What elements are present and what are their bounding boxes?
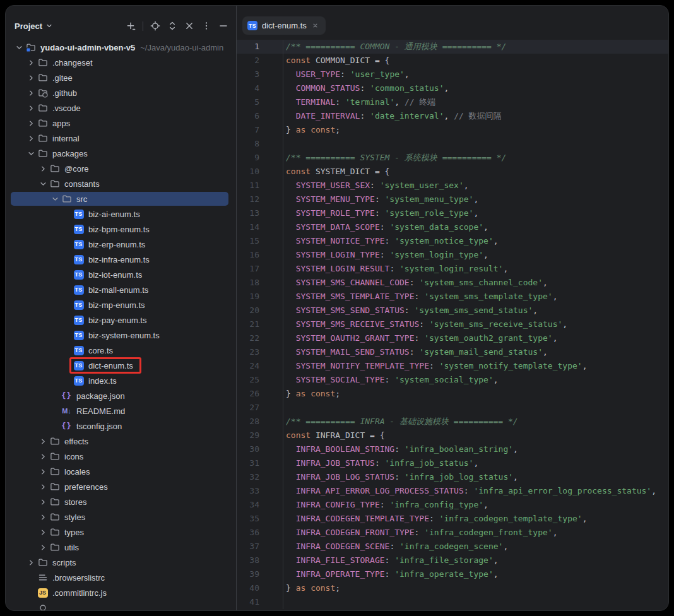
tree-item-biz-pay-enum.ts[interactable]: TSbiz-pay-enum.ts	[6, 312, 236, 328]
js-icon: JS	[37, 588, 48, 598]
tree-item-biz-mall-enum.ts[interactable]: TSbiz-mall-enum.ts	[6, 282, 236, 297]
chevron-right-icon[interactable]	[37, 482, 49, 492]
chevron-down-icon[interactable]	[37, 179, 49, 189]
tree-item-package.json[interactable]: {}package.json	[6, 388, 236, 403]
more-options-button[interactable]	[201, 21, 211, 31]
code-editor[interactable]: 1/** ========== COMMON - 通用模块 ==========…	[237, 38, 668, 610]
code-line-33: 33 INFRA_API_ERROR_LOG_PROCESS_STATUS: '…	[237, 484, 668, 498]
line-number: 24	[237, 359, 283, 373]
tree-item-icons[interactable]: icons	[6, 449, 236, 464]
folder-icon	[37, 133, 48, 143]
tree-item-constants[interactable]: constants	[6, 176, 236, 191]
chevron-right-icon[interactable]	[25, 104, 37, 113]
tree-item-label: styles	[64, 512, 85, 522]
tree-item-biz-erp-enum.ts[interactable]: TSbiz-erp-enum.ts	[6, 237, 236, 252]
line-number: 26	[237, 387, 283, 401]
tree-item-scripts[interactable]: scripts	[6, 555, 236, 570]
chevron-right-icon[interactable]	[25, 58, 37, 68]
chevron-right-icon[interactable]	[25, 134, 37, 143]
tree-item-biz-ai-enum.ts[interactable]: TSbiz-ai-enum.ts	[6, 206, 236, 222]
ts-icon: TS	[73, 346, 84, 355]
chevron-right-icon[interactable]	[37, 452, 49, 461]
tree-item-core.ts[interactable]: TScore.ts	[6, 343, 236, 358]
tree-item-dict-enum.ts[interactable]: TSdict-enum.ts	[6, 358, 236, 373]
tree-item-biz-iot-enum.ts[interactable]: TSbiz-iot-enum.ts	[6, 267, 236, 282]
tree-item-biz-infra-enum.ts[interactable]: TSbiz-infra-enum.ts	[6, 252, 236, 267]
hide-panel-button[interactable]	[218, 21, 228, 31]
tree-item-.vscode[interactable]: .vscode	[6, 100, 236, 116]
line-number: 36	[237, 526, 283, 540]
tree-item-packages[interactable]: packages	[6, 146, 236, 161]
chevron-down-icon	[45, 21, 54, 30]
tree-item-internal[interactable]: internal	[6, 131, 236, 146]
locate-opened-file-button[interactable]	[150, 21, 160, 31]
chevron-down-icon[interactable]	[25, 149, 37, 158]
project-panel-header: Project	[6, 6, 236, 40]
tree-item-@core[interactable]: @core	[6, 161, 236, 176]
tree-item-src[interactable]: src	[6, 191, 236, 206]
folder-icon	[49, 542, 60, 552]
chevron-right-icon[interactable]	[37, 497, 49, 507]
chevron-right-icon[interactable]	[37, 437, 49, 446]
code-line-29: 29const INFRA_DICT = {	[237, 429, 668, 442]
chevron-right-icon[interactable]	[37, 164, 49, 174]
tree-item-types[interactable]: types	[6, 524, 236, 540]
tree-item-tsconfig.json[interactable]: {}tsconfig.json	[6, 418, 236, 434]
tree-item-label: utils	[64, 543, 79, 552]
code-line-38: 38 INFRA_FILE_STORAGE: 'infra_file_stora…	[237, 554, 668, 567]
tree-item-.commitlintrc.js[interactable]: JS.commitlintrc.js	[6, 585, 236, 600]
chevron-right-icon[interactable]	[37, 467, 49, 477]
chevron-down-icon[interactable]	[13, 43, 25, 52]
chevron-right-icon[interactable]	[25, 119, 37, 128]
chevron-right-icon[interactable]	[25, 558, 37, 567]
project-tree[interactable]: yudao-ui-admin-vben-v5~/Java/yudao-ui-ad…	[6, 40, 236, 610]
chevron-right-icon[interactable]	[37, 512, 49, 522]
tree-item-label: biz-iot-enum.ts	[88, 270, 142, 280]
chevron-down-icon[interactable]	[49, 194, 61, 204]
tree-item-biz-bpm-enum.ts[interactable]: TSbiz-bpm-enum.ts	[6, 222, 236, 237]
tree-item-stores[interactable]: stores	[6, 494, 236, 509]
add-button[interactable]	[126, 21, 136, 31]
chevron-right-icon[interactable]	[37, 543, 49, 552]
editor-tab-dict-enum[interactable]: TS dict-enum.ts	[242, 16, 326, 35]
tree-item-yudao-ui-admin-vben-v5[interactable]: yudao-ui-admin-vben-v5~/Java/yudao-ui-ad…	[6, 40, 236, 55]
code-line-text: COMMON_STATUS: 'common_status',	[283, 81, 668, 95]
tree-item-index.ts[interactable]: TSindex.ts	[6, 373, 236, 388]
code-line-27: 27	[237, 401, 668, 415]
project-panel-title-label: Project	[15, 21, 42, 31]
tree-item-.gitee[interactable]: .gitee	[6, 70, 236, 85]
tree-item-utils[interactable]: utils	[6, 540, 236, 555]
line-number: 7	[237, 123, 283, 137]
tree-item-README.md[interactable]: M↓README.md	[6, 403, 236, 418]
tree-item-label: biz-mall-enum.ts	[88, 285, 148, 295]
chevron-right-icon[interactable]	[25, 73, 37, 83]
code-line-text: SYSTEM_DATA_SCOPE: 'system_data_scope',	[283, 220, 668, 234]
code-line-text	[283, 401, 668, 415]
tree-item-.browserslistrc[interactable]: .browserslistrc	[6, 570, 236, 585]
line-number: 14	[237, 220, 283, 234]
collapse-all-button[interactable]	[184, 21, 194, 31]
tree-item-biz-system-enum.ts[interactable]: TSbiz-system-enum.ts	[6, 328, 236, 343]
tree-item-label: .browserslistrc	[52, 573, 105, 583]
tree-item-biz-mp-enum.ts[interactable]: TSbiz-mp-enum.ts	[6, 297, 236, 312]
project-panel-title[interactable]: Project	[15, 21, 54, 31]
line-number: 34	[237, 498, 283, 512]
tree-item-label: .gitee	[52, 73, 73, 83]
tree-item-.changeset[interactable]: .changeset	[6, 55, 236, 70]
tab-close-icon[interactable]	[311, 21, 320, 30]
code-line-17: 17 SYSTEM_LOGIN_RESULT: 'system_login_re…	[237, 262, 668, 276]
chevron-right-icon[interactable]	[25, 88, 37, 98]
code-line-7: 7} as const;	[237, 123, 668, 137]
tree-item-effects[interactable]: effects	[6, 434, 236, 449]
tree-item-.github[interactable]: .github	[6, 85, 236, 100]
code-line-text: SYSTEM_NOTIFY_TEMPLATE_TYPE: 'system_not…	[283, 359, 668, 373]
tree-item-styles[interactable]: styles	[6, 509, 236, 524]
tree-item-partial[interactable]	[6, 600, 236, 610]
line-number: 29	[237, 429, 283, 442]
tree-item-preferences[interactable]: preferences	[6, 479, 236, 494]
folder-icon	[49, 482, 60, 492]
chevron-right-icon[interactable]	[37, 528, 49, 537]
tree-item-locales[interactable]: locales	[6, 464, 236, 479]
tree-item-apps[interactable]: apps	[6, 116, 236, 131]
expand-all-button[interactable]	[167, 21, 177, 31]
